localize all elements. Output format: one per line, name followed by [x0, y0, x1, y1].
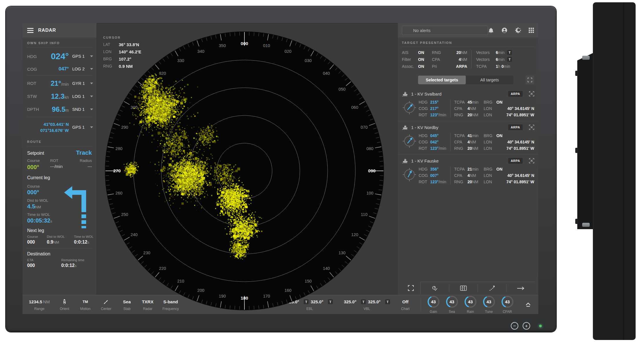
nl-course-value: 000: [27, 240, 45, 245]
vectors1-unit: min: [498, 50, 505, 55]
chart-map-button[interactable]: [449, 282, 478, 294]
own-ship-section-title: OWN SHIP INFO: [23, 38, 96, 46]
theme-night-mode-icon[interactable]: [515, 27, 521, 33]
t-tcpa-unit: min: [472, 100, 479, 104]
t-cog-value: 007°: [430, 173, 439, 178]
position-lat: 41°03.441′ N: [44, 122, 69, 127]
menu-icon[interactable]: [27, 28, 34, 33]
left-sidebar: RADAR OWN SHIP INFO HDG 024° GPS 1 COG 0…: [23, 23, 97, 295]
brightness-down-button[interactable]: −: [511, 322, 518, 330]
sea-knob[interactable]: 43 Sea: [446, 296, 458, 314]
expand-targets-panel-button[interactable]: [526, 76, 534, 84]
alerts-status-field[interactable]: No alerts: [402, 26, 488, 35]
setpoint-mode[interactable]: Track: [76, 149, 92, 156]
t-hdg-label: HDG: [419, 100, 430, 104]
t-tcpa-unit: min: [472, 133, 479, 138]
range-control[interactable]: 1234.5NM Range: [29, 295, 50, 314]
apps-grid-icon[interactable]: [528, 27, 534, 33]
tp-rng-value[interactable]: 20: [456, 50, 461, 55]
range-value: 1234.5: [29, 299, 42, 304]
destination-values: ETA000 Remaining time0:0:12s: [23, 257, 96, 269]
stw-source-select[interactable]: LOG 1: [72, 94, 94, 99]
monitor-bezel: 1234.5NM Range N Orient TM Motion Center: [6, 6, 556, 332]
tp-tcpa-label: TCPA: [476, 64, 496, 69]
t-rng-unit: NM: [472, 146, 478, 151]
remaining-unit: s: [75, 263, 77, 268]
rain-value: 43: [468, 299, 473, 304]
rain-knob[interactable]: 43 Rain: [464, 296, 476, 314]
tune-knob[interactable]: 43 Tune: [483, 296, 495, 314]
brightness-up-button[interactable]: +: [523, 322, 530, 330]
next-page-button[interactable]: [506, 282, 535, 294]
orientation-control[interactable]: N Orient: [58, 295, 70, 314]
scene: 1234.5NM Range N Orient TM Motion Center: [0, 0, 644, 342]
t-lat-value: 40° 34.6145′ N: [496, 140, 534, 144]
current-leg-block: Course000° Dist to WOL4.5NM Time to WOL0…: [23, 180, 96, 224]
cursor-lat-label: LAT: [103, 42, 116, 47]
assoc-value[interactable]: ON: [418, 64, 424, 69]
user-account-icon[interactable]: [501, 27, 508, 33]
route-planning-button[interactable]: [421, 282, 449, 294]
arrow-right-icon: [517, 286, 524, 290]
filter-value[interactable]: ON: [418, 57, 424, 62]
target-expand-button[interactable]: [529, 125, 534, 130]
setpoint-values: Course000° ROT---/min Radius---: [23, 156, 96, 171]
trail-button[interactable]: [478, 282, 506, 294]
dpth-source-select[interactable]: SND 1: [72, 107, 94, 112]
vectors2-unit: min: [498, 57, 505, 62]
panel-fullscreen-button[interactable]: [401, 282, 420, 294]
vectors1-true-badge[interactable]: T: [507, 50, 512, 55]
tune-value: 43: [487, 299, 491, 304]
target-card[interactable]: 1 - KV Nordby ARPA: [398, 121, 538, 154]
rot-source-select[interactable]: GYR 1: [72, 81, 94, 86]
tab-all-targets[interactable]: All targets: [466, 76, 513, 84]
cog-source-select[interactable]: LOG 2: [72, 67, 94, 71]
stw-label: STW: [27, 94, 41, 99]
tp-pri-value[interactable]: ARPA: [445, 64, 467, 69]
nl-time-value: 0:0:12: [74, 240, 87, 244]
tab-selected-targets[interactable]: Selected targets: [418, 76, 466, 84]
ais-value[interactable]: ON: [418, 50, 424, 55]
t-rot-unit: /min: [439, 180, 446, 184]
cl-dist-value: 4.5: [27, 203, 35, 210]
cog-value: 047°: [41, 66, 72, 72]
cfar-knob-dial[interactable]: 43: [502, 296, 513, 308]
remaining-label: Remaining time: [61, 258, 92, 262]
t-cpa-label: CPA: [454, 173, 467, 178]
target-expand-button[interactable]: [529, 158, 534, 163]
notifications-bell-icon[interactable]: [488, 27, 494, 33]
position-source-select[interactable]: GPS 1: [72, 125, 94, 130]
tune-knob-dial[interactable]: 43: [483, 296, 495, 308]
gain-knob[interactable]: 43 Gain: [427, 296, 439, 314]
vectors1-value[interactable]: 6: [496, 50, 498, 55]
collapse-strip-button[interactable]: [522, 302, 534, 308]
cfar-label: CFAR: [503, 310, 512, 314]
chevron-down-icon: [90, 83, 93, 84]
vectors2-true-badge[interactable]: T: [507, 57, 512, 62]
next-leg-values: Course000 Dist to WOL0.9NM Time to WOL0:…: [23, 233, 96, 246]
target-card[interactable]: 1 - KV Svalbard ARPA: [398, 88, 538, 121]
power-led: [539, 325, 542, 327]
mount-screw: [582, 56, 590, 60]
hdg-source-select[interactable]: GPS 1: [72, 54, 94, 59]
setpoint-rot-label: ROT: [50, 158, 73, 163]
t-cpa-label: CPA: [454, 140, 467, 144]
tp-tcpa-value[interactable]: 1: [496, 64, 498, 69]
tp-tcpa-unit: h: [498, 64, 500, 69]
t-rot-value: 123°: [430, 146, 439, 151]
t-cog-label: COG: [419, 173, 430, 178]
chart-toggle[interactable]: Off Chart: [399, 299, 411, 311]
arpa-badge: ARPA: [508, 158, 523, 164]
t-brg-value: ON: [496, 167, 534, 171]
ship-icon: [402, 125, 408, 130]
cfar-knob[interactable]: 43 CFAR: [501, 296, 513, 314]
gain-knob-dial[interactable]: 43: [428, 296, 439, 308]
motion-control[interactable]: TM Motion: [79, 295, 91, 314]
radar-scope[interactable]: 0000100200300400500600700800901001101201…: [103, 29, 386, 312]
target-expand-button[interactable]: [529, 91, 534, 96]
sea-knob-dial[interactable]: 43: [446, 296, 458, 308]
tp-rng-unit: NM: [461, 50, 467, 55]
target-card[interactable]: 1 - KV Fauske ARPA: [398, 154, 538, 188]
rain-knob-dial[interactable]: 43: [465, 296, 476, 308]
vectors2-value[interactable]: 6: [496, 57, 498, 62]
